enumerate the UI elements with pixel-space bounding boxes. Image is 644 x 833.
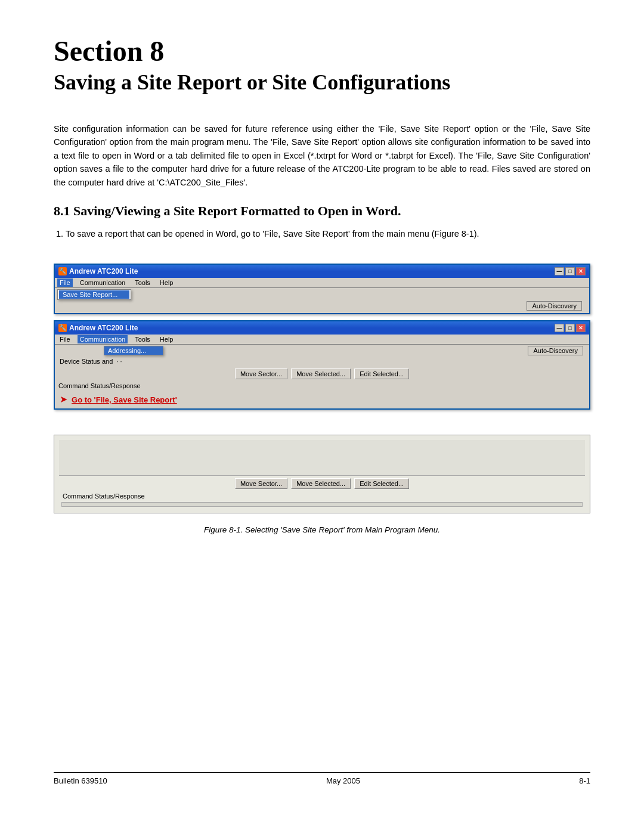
app-title-bottom: Andrew ATC200 Lite	[69, 324, 138, 332]
button-row-panel: Move Sector... Move Selected... Edit Sel…	[59, 478, 585, 489]
button-row-bottom: Move Sector... Move Selected... Edit Sel…	[56, 368, 588, 379]
bottom-panel-top-area	[59, 440, 585, 476]
minimize-btn-top[interactable]: —	[555, 267, 564, 275]
menubar-bottom: File Communication Tools Help	[55, 335, 589, 345]
footer-right: 8-1	[579, 776, 590, 785]
menubar-top: File Communication Tools Help	[55, 278, 589, 288]
section-header: Section 8 Saving a Site Report or Site C…	[54, 36, 590, 113]
red-arrow-icon: ➤	[60, 394, 67, 405]
section-num: 8	[150, 35, 164, 67]
device-status-label: Device Status and	[60, 358, 113, 365]
move-sector-btn-panel[interactable]: Move Sector...	[235, 478, 287, 489]
menu-tools-top[interactable]: Tools	[132, 278, 153, 287]
close-btn-top[interactable]: ✕	[576, 267, 586, 275]
close-btn-bottom[interactable]: ✕	[576, 324, 586, 332]
window-top: 🔧 Andrew ATC200 Lite — □ ✕ File Communic…	[54, 264, 590, 314]
footer: Bulletin 639510 May 2005 8-1	[54, 772, 590, 785]
window-bottom: 🔧 Andrew ATC200 Lite — □ ✕ File Communic…	[54, 320, 590, 410]
command-status-label-bottom: Command Status/Response	[58, 382, 141, 389]
win-controls-top: — □ ✕	[555, 267, 586, 275]
dropdown-menu: Save Site Report...	[57, 289, 131, 300]
menu-communication-bottom[interactable]: Communication	[78, 335, 128, 343]
move-selected-btn-panel[interactable]: Move Selected...	[291, 478, 351, 489]
section-title: Saving a Site Report or Site Configurati…	[54, 70, 590, 95]
comm-dropdown-area: Addressing... Auto-Discovery Device Stat…	[55, 345, 589, 408]
section-word: Section	[54, 35, 143, 67]
section-label: Section 8	[54, 36, 590, 67]
menu-help-top[interactable]: Help	[157, 278, 176, 287]
step-1: To save a report that can be opened in W…	[66, 227, 590, 240]
screenshot-group: 🔧 Andrew ATC200 Lite — □ ✕ File Communic…	[54, 264, 590, 413]
app-icon-top: 🔧	[58, 267, 67, 275]
steps-list: To save a report that can be opened in W…	[66, 227, 590, 243]
auto-discovery-top: Auto-Discovery	[527, 301, 582, 311]
auto-discovery-bottom: Auto-Discovery	[528, 346, 583, 355]
minimize-btn-bottom[interactable]: —	[555, 324, 564, 332]
menu-file-bottom[interactable]: File	[57, 335, 73, 343]
footer-center: May 2005	[326, 776, 360, 785]
move-selected-btn-bottom[interactable]: Move Selected...	[291, 368, 351, 379]
dots: · ·	[116, 358, 122, 365]
sub-heading: 8.1 Saving/Viewing a Site Report Formatt…	[54, 203, 590, 219]
maximize-btn-top[interactable]: □	[565, 267, 575, 275]
menu-communication-top[interactable]: Communication	[78, 278, 128, 287]
page: Section 8 Saving a Site Report or Site C…	[0, 0, 644, 833]
addressing-item[interactable]: Addressing...	[104, 346, 163, 355]
command-status-label-panel: Command Status/Response	[63, 493, 145, 500]
figure-caption: Figure 8-1. Selecting 'Save Site Report'…	[54, 525, 590, 534]
go-to-instruction: Go to 'File, Save Site Report'	[72, 395, 177, 404]
titlebar-top: 🔧 Andrew ATC200 Lite — □ ✕	[55, 265, 589, 278]
move-sector-btn-bottom[interactable]: Move Sector...	[235, 368, 287, 379]
body-paragraph: Site configuration information can be sa…	[54, 122, 590, 189]
edit-selected-btn-bottom[interactable]: Edit Selected...	[354, 368, 409, 379]
win-controls-bottom: — □ ✕	[555, 324, 586, 332]
titlebar-bottom: 🔧 Andrew ATC200 Lite — □ ✕	[55, 321, 589, 335]
edit-selected-btn-panel[interactable]: Edit Selected...	[354, 478, 409, 489]
menu-help-bottom[interactable]: Help	[157, 335, 176, 343]
maximize-btn-bottom[interactable]: □	[565, 324, 575, 332]
screenshot-bottom-panel: Move Sector... Move Selected... Edit Sel…	[54, 435, 590, 513]
menu-tools-bottom[interactable]: Tools	[132, 335, 153, 343]
file-dropdown: Save Site Report... Auto-Discovery	[55, 288, 589, 313]
app-icon-bottom: 🔧	[58, 324, 67, 332]
save-site-report-item[interactable]: Save Site Report...	[59, 290, 129, 299]
menu-file-top[interactable]: File	[57, 278, 73, 287]
footer-left: Bulletin 639510	[54, 776, 107, 785]
comm-dropdown: Addressing...	[104, 346, 163, 355]
app-title-top: Andrew ATC200 Lite	[69, 267, 138, 275]
